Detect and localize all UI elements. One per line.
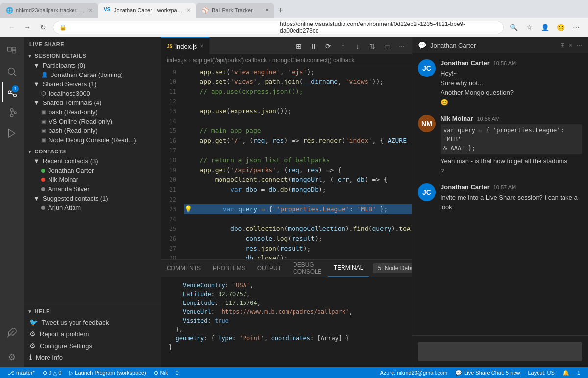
tab-close-2[interactable]: × bbox=[187, 7, 190, 14]
status-bell[interactable]: 🔔 bbox=[559, 367, 573, 378]
message-content-1: Jonathan Carter 10:56 AM Hey!~ Sure why … bbox=[441, 59, 582, 107]
tweet-feedback[interactable]: 🐦 Tweet us your feedback bbox=[24, 316, 161, 328]
status-azure[interactable]: Azure: nikmd23@gmail.com bbox=[376, 367, 451, 378]
terminal-node-debug[interactable]: ▣ Node Debug Console (Read...) bbox=[24, 135, 161, 145]
contact-nik[interactable]: Nik Molnar bbox=[24, 175, 161, 184]
status-layout[interactable]: Layout: US bbox=[524, 367, 558, 378]
activity-search[interactable] bbox=[2, 62, 22, 81]
breadcrumb-callback[interactable]: app.get('/api/parks') callback bbox=[193, 57, 267, 64]
scroll-sync-button[interactable]: ⇅ bbox=[367, 40, 378, 52]
breadcrumb-file[interactable]: index.js bbox=[167, 57, 187, 64]
status-count[interactable]: 1 bbox=[573, 367, 584, 378]
sync-button[interactable]: ⟳ bbox=[322, 40, 334, 52]
tab-problems[interactable]: PROBLEMS bbox=[207, 260, 251, 277]
chat-close-button[interactable]: × bbox=[569, 42, 572, 49]
more-actions-button[interactable]: ··· bbox=[396, 40, 408, 52]
chat-message-2: NM Nik Molnar 10:56 AM var query = { 'pr… bbox=[418, 115, 582, 176]
chat-panel: 💬 Jonathan Carter ⊞ × ⋯ JC Jonathan bbox=[412, 37, 588, 367]
activity-liveshare[interactable]: 1 bbox=[2, 82, 22, 102]
tab-close-1[interactable]: × bbox=[89, 7, 92, 14]
activity-settings[interactable]: ⚙ bbox=[2, 348, 22, 367]
avatar-nik: NM bbox=[418, 115, 436, 132]
tab-output[interactable]: OUTPUT bbox=[251, 260, 287, 277]
editor-tabs: JS index.js × bbox=[161, 37, 289, 54]
terminal-panel: COMMENTS PROBLEMS OUTPUT DEBUG CONSOLE T bbox=[161, 259, 412, 367]
terminal-icon-1: ▣ bbox=[41, 109, 46, 115]
terminal-selector[interactable]: 5: Node Debug Consol bbox=[373, 263, 412, 273]
profile-icon[interactable]: 👤 bbox=[539, 22, 551, 33]
tab-comments[interactable]: COMMENTS bbox=[161, 260, 207, 277]
code-line-24 bbox=[184, 214, 412, 224]
terminal-bash-2[interactable]: ▣ bash (Read-only) bbox=[24, 126, 161, 135]
new-tab-button[interactable]: + bbox=[274, 4, 287, 17]
tab-terminal[interactable]: TERMINAL bbox=[328, 260, 369, 277]
activity-bar: 1 ⚙ bbox=[0, 37, 24, 367]
term-line-3: Longitude: -117.15704, bbox=[169, 299, 404, 307]
terminal-bash-1[interactable]: ▣ bash (Read-only) bbox=[24, 107, 161, 117]
more-info[interactable]: ℹ More Info bbox=[24, 352, 161, 363]
tab-close-button[interactable]: × bbox=[200, 43, 203, 50]
activity-extensions[interactable] bbox=[2, 323, 22, 343]
contact-arjun[interactable]: Arjun Attam bbox=[24, 203, 161, 212]
chevron-recent-icon: ▼ bbox=[33, 157, 40, 165]
status-errors[interactable]: 0 bbox=[172, 367, 183, 378]
forward-button[interactable]: → bbox=[22, 22, 33, 33]
activity-debug[interactable] bbox=[2, 124, 22, 143]
menu-icon[interactable]: ⋯ bbox=[570, 22, 582, 33]
contact-jonathan[interactable]: Jonathan Carter bbox=[24, 166, 161, 175]
participants-item[interactable]: ▼ Participants (0) bbox=[24, 61, 161, 70]
tab-debug-console[interactable]: DEBUG CONSOLE bbox=[287, 260, 328, 277]
code-line-26: console.log(result); bbox=[184, 234, 412, 244]
contacts-toggle[interactable]: ▼ CONTACTS bbox=[24, 147, 161, 156]
breadcrumb-connect[interactable]: mongoClient.connect() callback bbox=[272, 57, 354, 64]
status-launch[interactable]: ▷ Launch Program (workspace) bbox=[65, 367, 149, 378]
pause-button[interactable]: ⏸ bbox=[308, 40, 319, 52]
star-icon[interactable]: ☆ bbox=[523, 22, 535, 33]
shared-servers-item[interactable]: ▼ Shared Servers (1) bbox=[24, 79, 161, 89]
refresh-button[interactable]: ↻ bbox=[37, 22, 49, 33]
navigate-up-button[interactable]: ↑ bbox=[337, 40, 349, 52]
address-bar[interactable]: 🔒 https://online.visualstudio.com/enviro… bbox=[53, 21, 504, 34]
browser-tab-2[interactable]: VS Jonathan Carter - workspace [VS... × bbox=[98, 3, 196, 18]
navigate-down-button[interactable]: ↓ bbox=[352, 40, 364, 52]
emoji-icon[interactable]: 🙂 bbox=[555, 22, 566, 33]
recent-contacts-item[interactable]: ▼ Recent contacts (3) bbox=[24, 156, 161, 166]
layout-button[interactable]: ▭ bbox=[381, 40, 393, 52]
code-content[interactable]: app.set('view engine', 'ejs'); app.set('… bbox=[180, 66, 412, 259]
back-button[interactable]: ← bbox=[6, 22, 18, 33]
status-sync[interactable]: ⊙ 0 △ 0 bbox=[39, 367, 65, 378]
browser-tab-3[interactable]: ⚾ Ball Park Tracker × bbox=[196, 3, 274, 18]
shared-terminals-item[interactable]: ▼ Shared Terminals (4) bbox=[24, 98, 161, 107]
suggested-contacts-item[interactable]: ▼ Suggested contacts (1) bbox=[24, 194, 161, 203]
help-toggle[interactable]: ▼ HELP bbox=[24, 306, 161, 316]
report-problem[interactable]: ⚙ Report a problem bbox=[24, 328, 161, 340]
participant-jonathan[interactable]: 👤 Jonathan Carter (Joining) bbox=[24, 70, 161, 79]
configure-settings[interactable]: ⚙ Configure Settings bbox=[24, 340, 161, 352]
terminal-vsonline[interactable]: ▣ VS Online (Read-only) bbox=[24, 117, 161, 126]
activity-explorer[interactable] bbox=[2, 41, 22, 61]
chat-more-button[interactable]: ⋯ bbox=[576, 42, 582, 49]
chat-input-area bbox=[412, 335, 588, 367]
tab-close-3[interactable]: × bbox=[265, 7, 269, 14]
server-localhost[interactable]: ⬡ localhost:3000 bbox=[24, 89, 161, 98]
status-branch[interactable]: ⎇ master* bbox=[4, 367, 39, 378]
chat-input-box[interactable] bbox=[418, 342, 582, 361]
chevron-help-icon: ▼ bbox=[27, 309, 32, 314]
activity-git[interactable] bbox=[2, 103, 22, 123]
chat-layout-button[interactable]: ⊞ bbox=[560, 42, 565, 49]
split-editor-button[interactable]: ⊞ bbox=[293, 40, 305, 52]
term-line-6: }, bbox=[169, 325, 404, 334]
status-user[interactable]: ⊙ Nik bbox=[150, 367, 172, 378]
terminal-content: VenueCountry: 'USA', Latitude: 32.70757,… bbox=[161, 277, 412, 367]
contact-amanda[interactable]: Amanda Silver bbox=[24, 184, 161, 194]
search-icon[interactable]: 🔍 bbox=[508, 22, 519, 33]
browser-tab-1[interactable]: 🌐 nhkmd23/ballpark-tracker: A sim... × bbox=[0, 3, 98, 18]
main-area: JS index.js × ⊞ ⏸ ⟳ ↑ ↓ ⇅ ▭ ··· bbox=[161, 37, 588, 367]
terminal-icon-4: ▣ bbox=[41, 137, 46, 143]
chat-message-1: JC Jonathan Carter 10:56 AM Hey!~ Sure w… bbox=[418, 59, 582, 107]
code-line-28: db.close(); bbox=[184, 253, 412, 259]
session-details-toggle[interactable]: ▼ SESSION DETAILS bbox=[24, 51, 161, 61]
tab-index-js[interactable]: JS index.js × bbox=[161, 37, 210, 54]
status-liveshare[interactable]: 💬 Live Share Chat: 5 new bbox=[451, 367, 524, 378]
code-editor: 9 10 11 12 13 14 15 16 17 18 19 20 21 22 bbox=[161, 66, 412, 259]
